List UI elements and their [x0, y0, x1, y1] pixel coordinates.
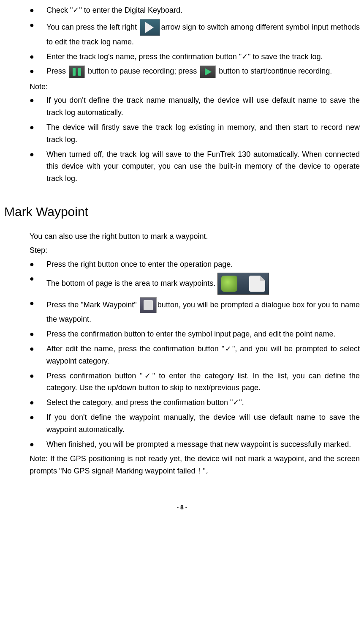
bullet-keyboard: Check "✓" to enter the Digital Keyboard. — [30, 4, 360, 16]
text: Press confirmation button " — [46, 372, 143, 380]
bullet-select-category: Select the category, and press the confi… — [30, 397, 360, 409]
checkmark-icon: ✓ — [224, 345, 232, 353]
text: button to start/continue recording. — [217, 67, 332, 75]
waypoint-content: You can also use the right button to mar… — [4, 230, 360, 477]
checkmark-icon: ✓ — [242, 52, 248, 61]
text: The bottom of page is the area to mark w… — [46, 279, 217, 287]
play-icon — [200, 66, 216, 78]
document-page: Check "✓" to enter the Digital Keyboard.… — [0, 0, 364, 529]
bullet-press-right: Press the right button once to enter the… — [30, 258, 360, 271]
text: You can press the left right — [46, 23, 139, 31]
tracklog-bullets: Check "✓" to enter the Digital Keyboard.… — [17, 4, 360, 78]
text: Select the category, and press the confi… — [46, 398, 233, 407]
text: Enter the track log's name, press the co… — [46, 52, 242, 61]
pause-icon — [69, 66, 85, 78]
bullet-category-list: Press confirmation button "✓" to enter t… — [30, 370, 360, 394]
tracklog-note-bullets: If you don't define the track name manua… — [17, 94, 360, 185]
intro-text: You can also use the right button to mar… — [17, 230, 360, 243]
step-label: Step: — [17, 244, 360, 257]
document-icon — [249, 276, 265, 292]
waypoint-bullets: Press the right button once to enter the… — [17, 258, 360, 451]
page-number: - 8 - — [4, 503, 360, 512]
bullet-finished: When finished, you will be prompted a me… — [30, 438, 360, 451]
checkmark-icon: ✓ — [143, 372, 152, 380]
text: Press — [46, 67, 68, 75]
note-bullet: When turned off, the track log will save… — [30, 148, 360, 185]
text: ". — [239, 398, 244, 407]
mark-waypoint-icon — [140, 297, 157, 313]
bullet-after-edit: After edit the name, press the confirmat… — [30, 343, 360, 367]
text: After edit the name, press the confirmat… — [46, 345, 224, 353]
bullet-pause-play: Press button to pause recording; press b… — [30, 65, 360, 78]
content-area: Check "✓" to enter the Digital Keyboard.… — [4, 4, 360, 185]
text: button to pause recording; press — [86, 67, 199, 75]
bullet-bottom-area: The bottom of page is the area to mark w… — [30, 273, 360, 295]
checkmark-icon: ✓ — [73, 6, 79, 14]
note-label: Note: — [17, 81, 360, 93]
note-bullet: The device will firstly save the track l… — [30, 121, 360, 146]
note-bullet: If you don't define the track name manua… — [30, 94, 360, 119]
text: Check " — [46, 6, 73, 14]
checkmark-icon: ✓ — [233, 398, 239, 407]
bullet-symbol-input: Press the confirmation button to enter t… — [30, 328, 360, 340]
bullet-mark-waypoint: Press the "Mark Waypoint" button, you wi… — [30, 297, 360, 325]
text: " to save the track log. — [248, 52, 323, 61]
heading-mark-waypoint: Mark Waypoint — [4, 202, 360, 222]
bullet-default-name: If you don't define the waypoint manuall… — [30, 411, 360, 436]
text: " to enter the Digital Keyboard. — [79, 6, 182, 14]
waypoint-strip-icon — [217, 273, 269, 295]
arrow-right-icon — [140, 19, 160, 36]
closing-note: Note: If the GPS positioning is not read… — [17, 453, 360, 477]
text: Press the "Mark Waypoint" — [46, 301, 139, 309]
waypoint-pin-icon — [221, 276, 237, 292]
bullet-save-tracklog: Enter the track log's name, press the co… — [30, 51, 360, 63]
bullet-arrow-switch: You can press the left right arrow sign … — [30, 19, 360, 48]
